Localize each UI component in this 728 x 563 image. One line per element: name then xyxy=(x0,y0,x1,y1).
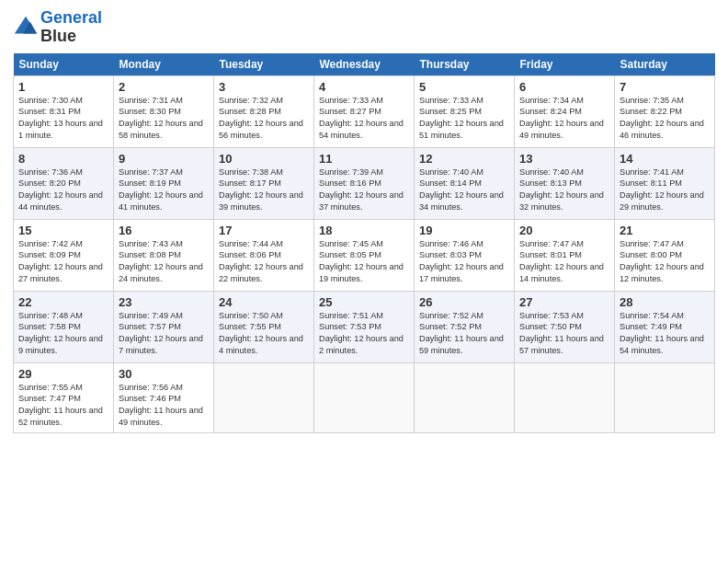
day-number: 25 xyxy=(319,295,409,309)
calendar-cell: 22 Sunrise: 7:48 AMSunset: 7:58 PMDaylig… xyxy=(14,291,114,362)
day-number: 17 xyxy=(219,224,309,237)
calendar-cell: 5 Sunrise: 7:33 AMSunset: 8:25 PMDayligh… xyxy=(415,75,515,147)
day-info: Sunrise: 7:38 AMSunset: 8:17 PMDaylight:… xyxy=(219,167,303,213)
day-info: Sunrise: 7:47 AMSunset: 8:01 PMDaylight:… xyxy=(519,239,604,284)
day-number: 28 xyxy=(620,295,710,309)
day-info: Sunrise: 7:54 AMSunset: 7:49 PMDaylight:… xyxy=(620,311,704,356)
day-info: Sunrise: 7:33 AMSunset: 8:25 PMDaylight:… xyxy=(419,96,504,141)
calendar-cell xyxy=(314,362,415,433)
calendar-cell: 13 Sunrise: 7:40 AMSunset: 8:13 PMDaylig… xyxy=(515,147,615,219)
calendar-cell: 8 Sunrise: 7:36 AMSunset: 8:20 PMDayligh… xyxy=(14,147,114,219)
calendar-cell: 15 Sunrise: 7:42 AMSunset: 8:09 PMDaylig… xyxy=(14,219,114,291)
day-info: Sunrise: 7:46 AMSunset: 8:03 PMDaylight:… xyxy=(419,239,504,284)
day-number: 20 xyxy=(519,224,609,237)
day-number: 23 xyxy=(119,295,209,309)
day-info: Sunrise: 7:40 AMSunset: 8:13 PMDaylight:… xyxy=(519,167,604,213)
calendar-cell xyxy=(415,362,515,433)
calendar-cell: 1 Sunrise: 7:30 AMSunset: 8:31 PMDayligh… xyxy=(14,75,114,147)
day-number: 3 xyxy=(219,80,309,94)
calendar-cell: 12 Sunrise: 7:40 AMSunset: 8:14 PMDaylig… xyxy=(415,147,515,219)
day-number: 16 xyxy=(119,224,209,237)
header-friday: Friday xyxy=(515,53,615,76)
calendar-cell: 27 Sunrise: 7:53 AMSunset: 7:50 PMDaylig… xyxy=(515,291,615,362)
calendar-cell: 6 Sunrise: 7:34 AMSunset: 8:24 PMDayligh… xyxy=(515,75,615,147)
day-info: Sunrise: 7:51 AMSunset: 7:53 PMDaylight:… xyxy=(319,311,404,356)
header-monday: Monday xyxy=(114,53,214,76)
day-number: 22 xyxy=(18,295,108,309)
day-info: Sunrise: 7:45 AMSunset: 8:05 PMDaylight:… xyxy=(319,239,404,284)
weekday-header-row: Sunday Monday Tuesday Wednesday Thursday… xyxy=(14,53,715,76)
day-info: Sunrise: 7:49 AMSunset: 7:57 PMDaylight:… xyxy=(119,311,203,356)
day-info: Sunrise: 7:34 AMSunset: 8:24 PMDaylight:… xyxy=(519,96,604,141)
day-number: 8 xyxy=(18,152,108,166)
day-number: 7 xyxy=(620,80,710,94)
day-info: Sunrise: 7:32 AMSunset: 8:28 PMDaylight:… xyxy=(219,96,303,141)
day-number: 24 xyxy=(219,295,309,309)
calendar-cell: 30 Sunrise: 7:56 AMSunset: 7:46 PMDaylig… xyxy=(114,362,214,433)
calendar-cell: 3 Sunrise: 7:32 AMSunset: 8:28 PMDayligh… xyxy=(214,75,314,147)
calendar-cell xyxy=(615,362,715,433)
day-number: 4 xyxy=(319,80,409,94)
calendar-cell: 18 Sunrise: 7:45 AMSunset: 8:05 PMDaylig… xyxy=(314,219,415,291)
day-number: 2 xyxy=(119,80,209,94)
day-number: 19 xyxy=(419,224,509,237)
day-info: Sunrise: 7:43 AMSunset: 8:08 PMDaylight:… xyxy=(119,239,203,284)
calendar-cell: 23 Sunrise: 7:49 AMSunset: 7:57 PMDaylig… xyxy=(114,291,214,362)
day-number: 18 xyxy=(319,224,409,237)
day-number: 13 xyxy=(519,152,609,166)
day-info: Sunrise: 7:39 AMSunset: 8:16 PMDaylight:… xyxy=(319,167,404,213)
header-wednesday: Wednesday xyxy=(314,53,415,76)
header: GeneralBlue xyxy=(13,9,715,46)
calendar-cell: 14 Sunrise: 7:41 AMSunset: 8:11 PMDaylig… xyxy=(615,147,715,219)
day-number: 9 xyxy=(119,152,209,166)
day-info: Sunrise: 7:31 AMSunset: 8:30 PMDaylight:… xyxy=(119,96,203,141)
day-number: 10 xyxy=(219,152,309,166)
calendar-cell: 17 Sunrise: 7:44 AMSunset: 8:06 PMDaylig… xyxy=(214,219,314,291)
day-info: Sunrise: 7:37 AMSunset: 8:19 PMDaylight:… xyxy=(119,167,203,213)
day-number: 29 xyxy=(18,367,108,381)
calendar-cell: 28 Sunrise: 7:54 AMSunset: 7:49 PMDaylig… xyxy=(615,291,715,362)
day-info: Sunrise: 7:35 AMSunset: 8:22 PMDaylight:… xyxy=(620,96,704,141)
day-info: Sunrise: 7:41 AMSunset: 8:11 PMDaylight:… xyxy=(620,167,704,213)
calendar-cell: 24 Sunrise: 7:50 AMSunset: 7:55 PMDaylig… xyxy=(214,291,314,362)
day-info: Sunrise: 7:44 AMSunset: 8:06 PMDaylight:… xyxy=(219,239,303,284)
day-info: Sunrise: 7:50 AMSunset: 7:55 PMDaylight:… xyxy=(219,311,303,356)
calendar-cell: 11 Sunrise: 7:39 AMSunset: 8:16 PMDaylig… xyxy=(314,147,415,219)
day-info: Sunrise: 7:47 AMSunset: 8:00 PMDaylight:… xyxy=(620,239,704,284)
day-info: Sunrise: 7:36 AMSunset: 8:20 PMDaylight:… xyxy=(18,167,103,213)
calendar-cell xyxy=(515,362,615,433)
calendar-cell: 25 Sunrise: 7:51 AMSunset: 7:53 PMDaylig… xyxy=(314,291,415,362)
calendar-cell xyxy=(214,362,314,433)
calendar-cell: 2 Sunrise: 7:31 AMSunset: 8:30 PMDayligh… xyxy=(114,75,214,147)
day-number: 1 xyxy=(18,80,108,94)
calendar-cell: 7 Sunrise: 7:35 AMSunset: 8:22 PMDayligh… xyxy=(615,75,715,147)
header-thursday: Thursday xyxy=(415,53,515,76)
calendar-cell: 16 Sunrise: 7:43 AMSunset: 8:08 PMDaylig… xyxy=(114,219,214,291)
day-number: 27 xyxy=(519,295,609,309)
day-number: 12 xyxy=(419,152,509,166)
calendar-cell: 19 Sunrise: 7:46 AMSunset: 8:03 PMDaylig… xyxy=(415,219,515,291)
day-number: 30 xyxy=(119,367,209,381)
day-info: Sunrise: 7:55 AMSunset: 7:47 PMDaylight:… xyxy=(18,383,103,428)
day-number: 26 xyxy=(419,295,509,309)
day-number: 11 xyxy=(319,152,409,166)
calendar-table: Sunday Monday Tuesday Wednesday Thursday… xyxy=(13,53,715,434)
header-sunday: Sunday xyxy=(14,53,114,76)
day-number: 6 xyxy=(519,80,609,94)
day-info: Sunrise: 7:40 AMSunset: 8:14 PMDaylight:… xyxy=(419,167,504,213)
day-info: Sunrise: 7:30 AMSunset: 8:31 PMDaylight:… xyxy=(18,96,103,141)
calendar-cell: 4 Sunrise: 7:33 AMSunset: 8:27 PMDayligh… xyxy=(314,75,415,147)
day-info: Sunrise: 7:52 AMSunset: 7:52 PMDaylight:… xyxy=(419,311,504,356)
calendar-cell: 20 Sunrise: 7:47 AMSunset: 8:01 PMDaylig… xyxy=(515,219,615,291)
day-number: 5 xyxy=(419,80,509,94)
page-container: GeneralBlue Sunday Monday Tuesday Wednes… xyxy=(0,0,728,442)
logo-text: GeneralBlue xyxy=(40,9,102,46)
day-number: 15 xyxy=(18,224,108,237)
header-tuesday: Tuesday xyxy=(214,53,314,76)
day-info: Sunrise: 7:48 AMSunset: 7:58 PMDaylight:… xyxy=(18,311,103,356)
calendar-cell: 26 Sunrise: 7:52 AMSunset: 7:52 PMDaylig… xyxy=(415,291,515,362)
day-info: Sunrise: 7:33 AMSunset: 8:27 PMDaylight:… xyxy=(319,96,404,141)
day-number: 21 xyxy=(620,224,710,237)
header-saturday: Saturday xyxy=(615,53,715,76)
day-info: Sunrise: 7:42 AMSunset: 8:09 PMDaylight:… xyxy=(18,239,103,284)
